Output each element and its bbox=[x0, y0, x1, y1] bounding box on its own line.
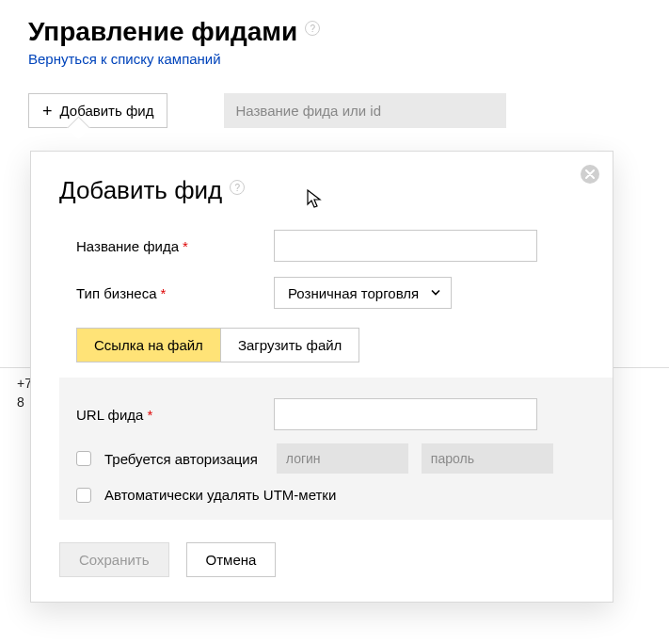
add-feed-label: Добавить фид bbox=[60, 103, 154, 119]
close-icon[interactable] bbox=[581, 165, 599, 184]
tab-link[interactable]: Ссылка на файл bbox=[77, 329, 220, 362]
required-icon: * bbox=[161, 285, 167, 301]
required-icon: * bbox=[183, 238, 188, 254]
dialog-actions: Сохранить Отмена bbox=[59, 542, 584, 577]
source-tabs: Ссылка на файл Загрузить файл bbox=[76, 328, 359, 362]
feed-name-label: Название фида* bbox=[76, 238, 274, 254]
dialog-title-text: Добавить фид bbox=[59, 176, 222, 205]
add-feed-button[interactable]: + Добавить фид bbox=[28, 93, 167, 128]
page-title: Управление фидами ? bbox=[28, 17, 669, 47]
row-utm: Автоматически удалять UTM-метки bbox=[76, 487, 584, 503]
feed-url-input[interactable] bbox=[274, 398, 537, 430]
back-link[interactable]: Вернуться к списку кампаний bbox=[28, 51, 221, 67]
chevron-down-icon bbox=[430, 285, 441, 301]
tab-upload[interactable]: Загрузить файл bbox=[220, 329, 358, 362]
plus-icon: + bbox=[42, 105, 53, 118]
business-type-select[interactable]: Розничная торговля bbox=[274, 277, 452, 309]
utm-label: Автоматически удалять UTM-метки bbox=[104, 487, 336, 503]
page-title-text: Управление фидами bbox=[28, 17, 297, 47]
feed-name-label-text: Название фида bbox=[76, 238, 179, 254]
required-icon: * bbox=[147, 407, 152, 423]
feed-name-input[interactable] bbox=[274, 230, 537, 262]
save-button[interactable]: Сохранить bbox=[59, 542, 169, 577]
utm-checkbox[interactable] bbox=[76, 488, 91, 503]
add-feed-dialog: Добавить фид ? Название фида* Тип бизнес… bbox=[30, 151, 613, 603]
row-feed-url: URL фида* bbox=[76, 398, 584, 430]
dialog-title: Добавить фид ? bbox=[59, 176, 584, 205]
link-panel: URL фида* Требуется авторизация Автомати… bbox=[59, 378, 613, 520]
feed-url-label-text: URL фида bbox=[76, 407, 143, 423]
row-auth: Требуется авторизация bbox=[76, 443, 584, 474]
business-type-value: Розничная торговля bbox=[288, 285, 419, 301]
login-input[interactable] bbox=[277, 443, 408, 474]
auth-label: Требуется авторизация bbox=[104, 451, 258, 467]
search-input[interactable] bbox=[224, 93, 506, 128]
row-feed-name: Название фида* bbox=[76, 230, 584, 262]
help-icon[interactable]: ? bbox=[305, 21, 320, 36]
help-icon[interactable]: ? bbox=[230, 180, 245, 195]
cancel-button[interactable]: Отмена bbox=[186, 542, 277, 577]
toolbar: + Добавить фид bbox=[28, 93, 669, 128]
auth-checkbox[interactable] bbox=[76, 451, 91, 466]
feed-url-label: URL фида* bbox=[76, 407, 274, 423]
business-type-label-text: Тип бизнеса bbox=[76, 285, 157, 301]
business-type-label: Тип бизнеса* bbox=[76, 285, 274, 301]
row-business-type: Тип бизнеса* Розничная торговля bbox=[76, 277, 584, 309]
password-input[interactable] bbox=[422, 443, 553, 474]
